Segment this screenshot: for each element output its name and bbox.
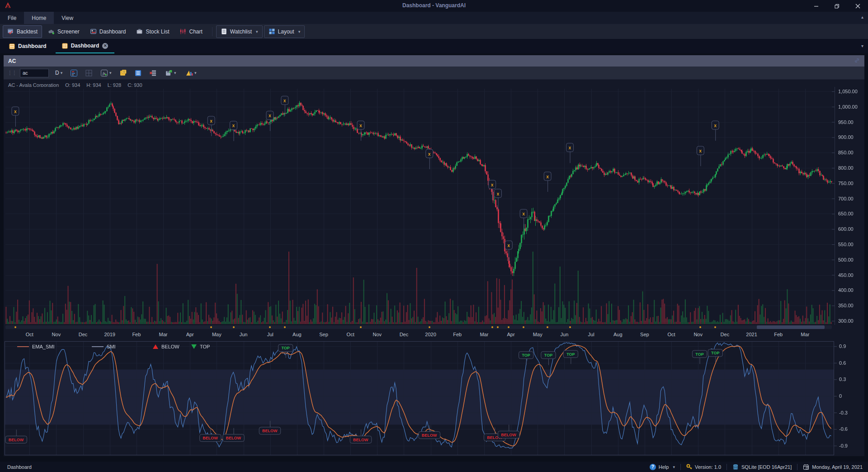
x-axis-label: Feb: [774, 332, 783, 337]
scrollbar-marker-dot: [360, 326, 362, 328]
chart-scrollbar-thumb[interactable]: [757, 325, 825, 329]
tab-dashboard-2[interactable]: Dashboard ✕: [56, 39, 115, 53]
x-axis-label: Nov: [52, 332, 61, 337]
remove-rows-button[interactable]: [147, 68, 159, 78]
chevron-down-icon: ▾: [174, 71, 176, 75]
x-axis-label: Mar: [159, 332, 168, 337]
link-icon[interactable]: [854, 57, 860, 65]
dashboard-icon: [90, 28, 97, 35]
screener-button[interactable]: Screener: [43, 25, 84, 38]
close-button[interactable]: [847, 0, 868, 12]
chevron-down-icon: ▾: [298, 29, 301, 34]
ribbon-collapse-icon[interactable]: ▴: [861, 14, 863, 19]
main-price-chart[interactable]: [4, 87, 864, 325]
stock-list-button[interactable]: Stock List: [132, 25, 174, 38]
x-axis-label: Dec: [721, 332, 730, 337]
status-page-name: Dashboard: [7, 464, 32, 470]
status-bar: Dashboard ? Help ▾ Version: 1.0 SQLite […: [0, 462, 868, 472]
legend-below[interactable]: BELOW: [153, 344, 179, 349]
scrollbar-marker-dot: [699, 326, 701, 328]
x-axis-label: Feb: [453, 332, 462, 337]
indicator-list-button[interactable]: [68, 68, 80, 78]
below-triangle-icon: [153, 344, 158, 349]
database-icon: [732, 464, 739, 470]
layout-button[interactable]: Layout▾: [264, 25, 305, 38]
chevron-down-icon: ▾: [109, 71, 112, 75]
x-axis-label: Dec: [400, 332, 409, 337]
scrollbar-marker-dot: [523, 326, 524, 328]
scrollbar-marker-dot: [491, 326, 493, 328]
save-layout-button[interactable]: ▾: [162, 68, 179, 78]
app-window: { "window": {"title": "Dashboard - Vangu…: [0, 0, 868, 472]
date-display[interactable]: Monday, April 19, 2021: [797, 462, 868, 472]
calendar-icon: [803, 464, 809, 470]
panel-title: AC: [8, 58, 16, 64]
watchlist-button[interactable]: Watchlist▾: [216, 25, 263, 38]
chart-button[interactable]: Chart: [175, 25, 207, 38]
indicator-legend: EMA_SMI SMI BELOW TOP: [4, 344, 275, 352]
symbol-input[interactable]: [20, 69, 49, 77]
dashboard-tab-icon: [62, 43, 68, 49]
smi-swatch: [92, 346, 104, 347]
top-triangle-icon: [191, 344, 197, 349]
menu-file[interactable]: File: [0, 12, 24, 24]
notes-button[interactable]: [117, 68, 129, 78]
x-axis-label: Jul: [267, 332, 274, 337]
panel-header[interactable]: AC: [4, 55, 864, 67]
backtest-button[interactable]: Backtest: [3, 25, 42, 38]
scrollbar-marker-dot: [14, 326, 16, 328]
scrollbar-marker-dot: [497, 326, 499, 328]
x-axis-label: 2019: [104, 332, 115, 337]
chevron-down-icon: ▾: [673, 465, 675, 469]
help-icon: ?: [650, 464, 656, 470]
x-axis-label: Nov: [373, 332, 382, 337]
legend-top[interactable]: TOP: [191, 344, 210, 349]
menu-bar: File Home View: [0, 12, 868, 24]
window-title: Dashboard - VanguardAI: [0, 2, 868, 9]
scrollbar-marker-dot: [714, 326, 716, 328]
scrollbar-marker-dot: [569, 326, 571, 328]
menu-view[interactable]: View: [54, 12, 81, 24]
x-axis-label: Oct: [26, 332, 33, 337]
help-menu[interactable]: ? Help ▾: [644, 462, 680, 472]
chart-style-button[interactable]: ▾: [182, 68, 199, 78]
tab-dashboard-1[interactable]: Dashboard: [3, 39, 53, 53]
x-axis-label: Apr: [507, 332, 515, 337]
timeframe-dropdown[interactable]: D ▾: [55, 70, 62, 76]
x-axis-label: Dec: [79, 332, 88, 337]
ribbon-toolbar: Backtest Screener Dashboard Stock List C…: [0, 24, 868, 39]
drag-handle-icon[interactable]: ⋮⋮: [7, 70, 16, 76]
scrollbar-marker-dot: [233, 326, 235, 328]
watch-panel-button[interactable]: [132, 68, 144, 78]
grid-layout-button[interactable]: [83, 68, 94, 78]
legend-smi[interactable]: SMI: [92, 344, 116, 349]
x-axis-label: Jun: [561, 332, 569, 337]
scrollbar-marker-dot: [269, 326, 271, 328]
x-axis-label: Sep: [640, 332, 649, 337]
document-tab-bar: Dashboard Dashboard ✕ ▾: [0, 39, 868, 53]
x-axis-label: Oct: [667, 332, 675, 337]
smi-indicator-chart[interactable]: [4, 340, 864, 456]
chart-scrollbar[interactable]: [5, 325, 832, 329]
functions-button[interactable]: fx ▾: [98, 68, 114, 78]
x-axis-label: Aug: [613, 332, 623, 337]
x-axis-label: Jun: [240, 332, 248, 337]
key-lock-icon: [686, 464, 692, 470]
status-right-group: ? Help ▾ Version: 1.0 SQLite [EOD 16Apr2…: [644, 462, 868, 472]
chevron-down-icon[interactable]: ▾: [861, 43, 863, 48]
screener-icon: [48, 28, 55, 35]
menu-home[interactable]: Home: [24, 12, 54, 24]
backtest-icon: [7, 28, 14, 35]
dashboard-tab-icon: [9, 43, 15, 49]
restore-button[interactable]: [826, 0, 847, 12]
tab-close-icon[interactable]: ✕: [102, 43, 108, 49]
scrollbar-marker-dot: [284, 326, 286, 328]
scrollbar-marker-dot: [508, 326, 509, 328]
watchlist-icon: [221, 28, 227, 35]
chevron-down-icon: ▾: [61, 71, 63, 75]
database-status[interactable]: SQLite [EOD 16Apr21]: [727, 462, 797, 472]
dashboard-button[interactable]: Dashboard: [85, 25, 131, 38]
legend-ema-smi[interactable]: EMA_SMI: [17, 344, 55, 349]
x-axis-label: Feb: [132, 332, 141, 337]
minimize-button[interactable]: [806, 0, 826, 12]
